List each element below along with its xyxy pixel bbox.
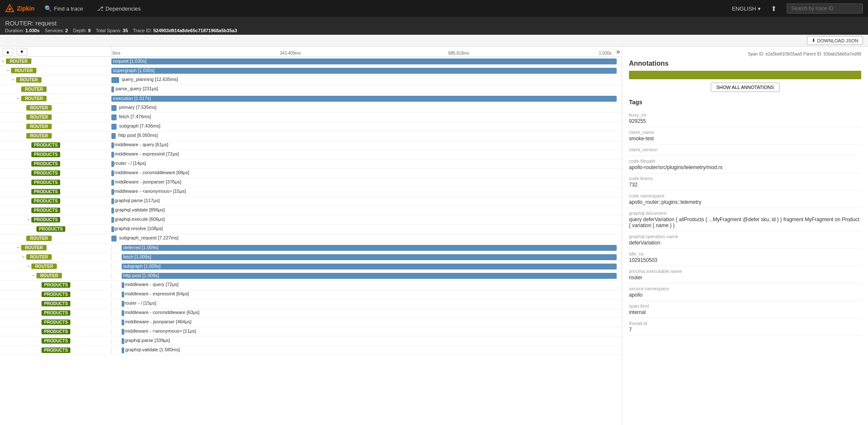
service-badge: ROUTER bbox=[11, 68, 36, 73]
table-row[interactable]: PRODUCTSmiddleware - <anonymous> [11μs] bbox=[0, 327, 622, 336]
trace-timeline-cell[interactable]: graphql.validate [896μs] bbox=[111, 206, 622, 215]
trace-timeline-cell[interactable]: graphql.parse [117μs] bbox=[111, 197, 622, 206]
trace-timeline-cell[interactable]: execution [1.017s] bbox=[111, 94, 622, 103]
table-row[interactable]: PRODUCTSrouter - / [15μs] bbox=[0, 299, 622, 308]
expand-toggle[interactable]: − bbox=[25, 217, 31, 223]
expand-toggle bbox=[20, 114, 26, 120]
trace-timeline-cell[interactable]: middleware - <anonymous> [11μs] bbox=[111, 327, 622, 336]
table-row[interactable]: PRODUCTSmiddleware - jsonparser [464μs] bbox=[0, 318, 622, 327]
table-row[interactable]: PRODUCTSmiddleware - expressinit [64μs] bbox=[0, 290, 622, 299]
logo[interactable]: Zipkin bbox=[5, 4, 34, 13]
show-all-annotations-button[interactable]: SHOW ALL ANNOTATIONS bbox=[711, 83, 779, 92]
trace-timeline-cell[interactable]: http post [6.093ms] bbox=[111, 131, 622, 140]
trace-timeline-cell[interactable]: middleware - corsmiddleware [68μs] bbox=[111, 169, 622, 178]
table-row[interactable]: PRODUCTSgraphql.validate [1.580ms] bbox=[0, 346, 622, 355]
trace-tree-cell: −ROUTER bbox=[0, 245, 111, 251]
annotation-bar-container bbox=[629, 71, 861, 79]
trace-timeline-cell[interactable]: middleware - jsonparser [376μs] bbox=[111, 178, 622, 187]
table-row[interactable]: ROUTERfetch [7.476ms] bbox=[0, 113, 622, 122]
expand-toggle[interactable]: − bbox=[10, 77, 16, 83]
span-bar bbox=[122, 319, 124, 325]
table-row[interactable]: −ROUTERrequest [1.030s] bbox=[0, 57, 622, 66]
expand-toggle[interactable]: − bbox=[15, 245, 21, 251]
trace-timeline-cell[interactable]: graphql.validate [1.580ms] bbox=[111, 346, 622, 355]
table-row[interactable]: −ROUTERexecution [1.017s] bbox=[0, 94, 622, 103]
table-row[interactable]: PRODUCTSmiddleware - query [72μs] bbox=[0, 281, 622, 290]
table-row[interactable]: PRODUCTSmiddleware - jsonparser [376μs] bbox=[0, 178, 622, 187]
trace-timeline-cell[interactable]: graphql.execute [606μs] bbox=[111, 215, 622, 224]
trace-timeline-cell[interactable]: subgraph_request [7.227ms] bbox=[111, 234, 622, 243]
expand-toggle[interactable]: − bbox=[0, 58, 6, 64]
trace-timeline-cell[interactable]: middleware - jsonparser [464μs] bbox=[111, 318, 622, 327]
table-row[interactable]: −ROUTERfetch [1.009s] bbox=[0, 253, 622, 262]
expand-toggle[interactable]: − bbox=[20, 254, 26, 260]
download-json-button[interactable]: ⬇ DOWNLOAD JSON bbox=[807, 36, 863, 45]
find-trace-nav[interactable]: 🔍 Find a trace bbox=[41, 3, 86, 14]
trace-timeline-cell[interactable]: router - / [15μs] bbox=[111, 299, 622, 308]
trace-timeline-cell[interactable]: router - / [14μs] bbox=[111, 159, 622, 168]
trace-tree-cell: PRODUCTS bbox=[0, 301, 111, 307]
trace-timeline-cell[interactable]: fetch [7.476ms] bbox=[111, 113, 622, 122]
trace-tree-cell: ROUTER bbox=[0, 105, 111, 111]
table-row[interactable]: PRODUCTSgraphql.parse [339μs] bbox=[0, 336, 622, 346]
table-row[interactable]: PRODUCTSrouter - / [14μs] bbox=[0, 159, 622, 169]
trace-timeline-cell[interactable]: middleware - corsmiddleware [63μs] bbox=[111, 308, 622, 317]
table-row[interactable]: −ROUTERsubgraph [1.009s] bbox=[0, 262, 622, 271]
trace-tree-cell: PRODUCTS bbox=[0, 170, 111, 176]
trace-timeline-cell[interactable]: supergraph [1.030s] bbox=[111, 66, 622, 75]
span-bar bbox=[111, 180, 114, 186]
table-row[interactable]: PRODUCTSmiddleware - corsmiddleware [68μ… bbox=[0, 169, 622, 178]
trace-timeline-cell[interactable]: query_planning [12.635ms] bbox=[111, 75, 622, 84]
table-row[interactable]: −PRODUCTSgraphql.execute [606μs] bbox=[0, 215, 622, 225]
table-row[interactable]: PRODUCTSmiddleware - query [61μs] bbox=[0, 141, 622, 150]
table-row[interactable]: PRODUCTSgraphql.parse [117μs] bbox=[0, 197, 622, 206]
trace-timeline-cell[interactable]: middleware - expressinit [72μs] bbox=[111, 150, 622, 159]
table-row[interactable]: ROUTERhttp post [6.093ms] bbox=[0, 131, 622, 141]
table-row[interactable]: −ROUTERquery_planning [12.635ms] bbox=[0, 75, 622, 85]
table-row[interactable]: −ROUTERsupergraph [1.030s] bbox=[0, 66, 622, 75]
trace-timeline-cell[interactable]: http post [1.008s] bbox=[111, 271, 622, 280]
table-row[interactable]: PRODUCTSmiddleware - <anonymous> [15μs] bbox=[0, 187, 622, 197]
table-row[interactable]: ROUTERprimary [7.535ms] bbox=[0, 103, 622, 113]
span-name-label: graphql.parse [339μs] bbox=[125, 338, 170, 343]
expand-all-button[interactable]: ▼ bbox=[17, 48, 27, 56]
expand-toggle[interactable]: − bbox=[31, 273, 36, 279]
table-row[interactable]: PRODUCTSmiddleware - corsmiddleware [63μ… bbox=[0, 308, 622, 318]
trace-timeline-cell[interactable]: subgraph [7.436ms] bbox=[111, 122, 622, 131]
trace-id-search[interactable] bbox=[787, 3, 863, 14]
table-row[interactable]: −ROUTERhttp post [1.008s] bbox=[0, 271, 622, 281]
service-badge: PRODUCTS bbox=[31, 142, 60, 148]
dependencies-nav[interactable]: ⎇ Dependencies bbox=[93, 3, 144, 14]
timeline-label-686: 686.818ms bbox=[448, 51, 469, 56]
table-row[interactable]: ROUTERsubgraph_request [7.227ms] bbox=[0, 234, 622, 243]
table-row[interactable]: PRODUCTSgraphql.validate [896μs] bbox=[0, 206, 622, 215]
trace-timeline-cell[interactable]: fetch [1.009s] bbox=[111, 253, 622, 261]
trace-id-label: Trace ID: bbox=[133, 28, 152, 33]
trace-timeline-cell[interactable]: deferred [1.009s] bbox=[111, 243, 622, 252]
trace-timeline-cell[interactable]: request [1.030s] bbox=[111, 57, 622, 66]
trace-timeline-cell[interactable]: middleware - query [72μs] bbox=[111, 281, 622, 289]
trace-timeline-cell[interactable]: parse_query [231μs] bbox=[111, 85, 622, 94]
expand-toggle[interactable]: − bbox=[25, 264, 31, 269]
trace-timeline-cell[interactable]: primary [7.535ms] bbox=[111, 103, 622, 112]
trace-timeline-cell[interactable]: middleware - expressinit [64μs] bbox=[111, 290, 622, 299]
table-row[interactable]: ROUTERsubgraph [7.436ms] bbox=[0, 122, 622, 131]
collapse-all-button[interactable]: ▲ bbox=[3, 48, 13, 56]
span-name-label: supergraph [1.030s] bbox=[113, 68, 155, 73]
expand-toggle[interactable]: − bbox=[15, 96, 21, 102]
trace-timeline-cell[interactable]: subgraph [1.009s] bbox=[111, 262, 622, 271]
language-selector[interactable]: ENGLISH ▾ bbox=[732, 6, 761, 12]
table-row[interactable]: PRODUCTSmiddleware - expressinit [72μs] bbox=[0, 150, 622, 159]
expand-toggle[interactable]: − bbox=[5, 68, 11, 74]
trace-timeline-cell[interactable]: graphql.resolve [108μs] bbox=[111, 225, 622, 233]
trace-timeline-cell[interactable]: middleware - query [61μs] bbox=[111, 141, 622, 150]
trace-tree-cell: PRODUCTS bbox=[0, 292, 111, 297]
table-row[interactable]: −ROUTERdeferred [1.009s] bbox=[0, 243, 622, 253]
trace-timeline-cell[interactable]: middleware - <anonymous> [15μs] bbox=[111, 187, 622, 196]
upload-icon[interactable]: ⬆ bbox=[771, 5, 776, 13]
table-row[interactable]: ROUTERparse_query [231μs] bbox=[0, 85, 622, 94]
table-row[interactable]: PRODUCTSgraphql.resolve [108μs] bbox=[0, 225, 622, 234]
expand-toggle bbox=[20, 133, 26, 139]
expand-timeline-button[interactable]: » bbox=[616, 48, 620, 56]
trace-timeline-cell[interactable]: graphql.parse [339μs] bbox=[111, 336, 622, 345]
